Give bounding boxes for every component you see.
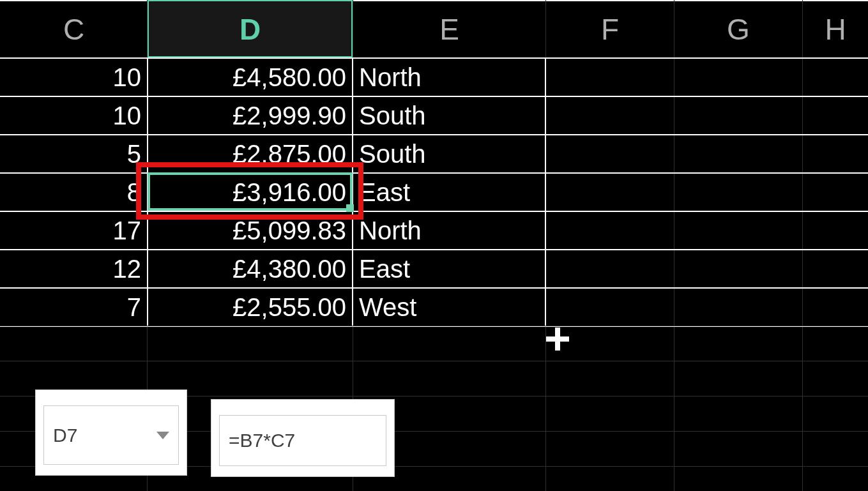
name-box-value: D7 [53, 425, 77, 446]
table-row[interactable]: 8 £3,916.00 East [0, 172, 868, 211]
col-header-f[interactable]: F [545, 0, 674, 57]
table-row[interactable]: 10 £2,999.90 South [0, 96, 868, 134]
table-row[interactable]: 12 £4,380.00 East [0, 249, 868, 287]
col-header-c-label: C [63, 12, 84, 47]
cell-e[interactable]: East [353, 174, 545, 211]
formula-bar[interactable]: =B7*C7 [211, 399, 395, 477]
cell-c[interactable]: 17 [0, 212, 148, 249]
cell-e[interactable]: South [353, 97, 545, 134]
cell-c[interactable]: 12 [0, 250, 148, 287]
cell-d[interactable]: £2,555.00 [148, 289, 353, 326]
cell-c[interactable]: 5 [0, 135, 148, 172]
cell-d[interactable]: £2,999.90 [148, 97, 353, 134]
name-box[interactable]: D7 [35, 389, 187, 476]
col-header-h-label: H [825, 12, 846, 47]
col-header-c[interactable]: C [0, 0, 148, 57]
cell-c[interactable]: 10 [0, 97, 148, 134]
chevron-down-icon[interactable] [156, 432, 169, 439]
cell-e[interactable]: North [353, 212, 545, 249]
cursor-crosshair-icon [546, 328, 569, 351]
cell-e[interactable]: West [353, 289, 545, 326]
svg-rect-1 [546, 336, 569, 342]
col-header-d-label: D [240, 12, 261, 47]
formula-bar-value: =B7*C7 [229, 430, 295, 451]
col-header-g-label: G [727, 12, 750, 47]
col-header-e-label: E [439, 12, 459, 47]
column-headers: C D E F G H [0, 0, 868, 57]
cell-d[interactable]: £4,380.00 [148, 250, 353, 287]
cell-e[interactable]: South [353, 135, 545, 172]
cell-d[interactable]: £4,580.00 [148, 59, 353, 96]
table-row[interactable]: 5 £2,875.00 South [0, 134, 868, 172]
table-row[interactable]: 7 £2,555.00 West [0, 287, 868, 326]
annotation-highlight [136, 162, 363, 220]
cell-c[interactable]: 10 [0, 59, 148, 96]
col-header-f-label: F [601, 12, 619, 47]
cell-c[interactable]: 7 [0, 289, 148, 326]
cell-e[interactable]: North [353, 59, 545, 96]
table-row[interactable] [0, 326, 868, 361]
col-header-d[interactable]: D [148, 0, 353, 57]
col-header-e[interactable]: E [353, 0, 545, 57]
table-row[interactable]: 10 £4,580.00 North [0, 57, 868, 96]
cell-c[interactable]: 8 [0, 174, 148, 211]
col-header-g[interactable]: G [674, 0, 802, 57]
gridline-v-strong [545, 57, 546, 326]
col-header-h[interactable]: H [802, 0, 868, 57]
cell-e[interactable]: East [353, 250, 545, 287]
table-row[interactable]: 17 £5,099.83 North [0, 211, 868, 249]
